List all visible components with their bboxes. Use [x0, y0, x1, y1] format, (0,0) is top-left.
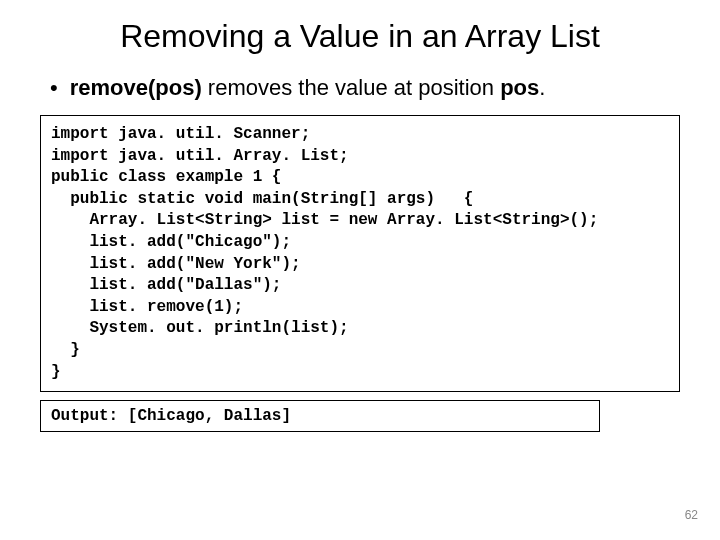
slide-title: Removing a Value in an Array List [40, 18, 680, 55]
code-line: list. add("Chicago"); [51, 232, 669, 254]
bullet-bold-1: remove(pos) [70, 75, 202, 100]
bullet-plain-2: . [539, 75, 545, 100]
code-line: public static void main(String[] args) { [51, 189, 669, 211]
bullet-dot: • [50, 75, 58, 101]
bullet-plain-1: removes the value at position [202, 75, 500, 100]
bullet-bold-2: pos [500, 75, 539, 100]
bullet-item: • remove(pos) removes the value at posit… [50, 75, 680, 101]
code-line: list. add("Dallas"); [51, 275, 669, 297]
code-line: import java. util. Array. List; [51, 146, 669, 168]
code-line: System. out. println(list); [51, 318, 669, 340]
bullet-text: remove(pos) removes the value at positio… [70, 75, 546, 101]
code-line: Array. List<String> list = new Array. Li… [51, 210, 669, 232]
code-line: public class example 1 { [51, 167, 669, 189]
code-line: } [51, 362, 669, 384]
code-line: import java. util. Scanner; [51, 124, 669, 146]
output-block: Output: [Chicago, Dallas] [40, 400, 600, 432]
page-number: 62 [685, 508, 698, 522]
code-line: list. add("New York"); [51, 254, 669, 276]
code-block: import java. util. Scanner; import java.… [40, 115, 680, 392]
code-line: } [51, 340, 669, 362]
code-line: list. remove(1); [51, 297, 669, 319]
